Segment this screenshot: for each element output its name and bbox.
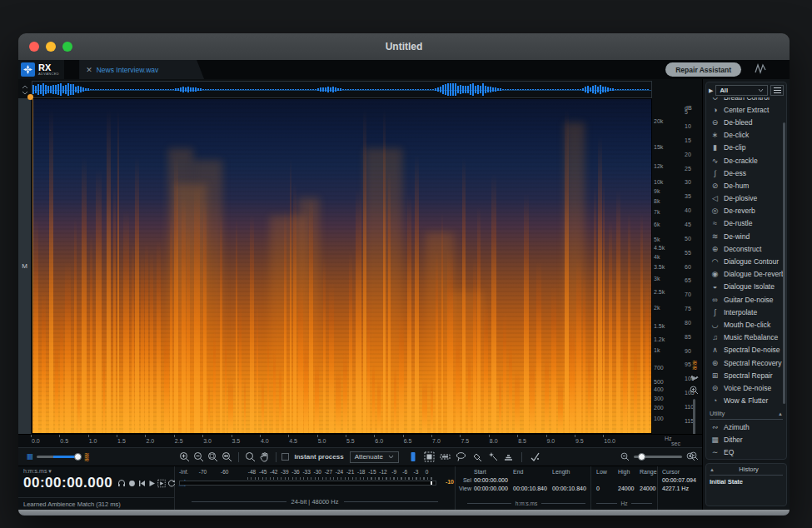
repair-assistant-button[interactable]: Repair Assistant xyxy=(665,62,741,77)
utility-section-header[interactable]: Utility ▲ xyxy=(710,410,783,420)
module-item-de-hum[interactable]: ⊘De-hum xyxy=(706,179,786,192)
play-selection-icon[interactable] xyxy=(157,478,166,488)
find-similar-tool-icon[interactable] xyxy=(529,451,541,463)
module-item-de-crackle[interactable]: ∿De-crackle xyxy=(706,154,786,167)
chevron-down-icon xyxy=(388,455,394,459)
zoom-window-icon[interactable] xyxy=(62,42,72,52)
vertical-zoom-out-icon[interactable] xyxy=(690,451,699,461)
module-item-azimuth[interactable]: ∾Azimuth xyxy=(706,421,786,433)
time-format-dropdown[interactable]: h:m:s.ms ▾ xyxy=(23,468,174,475)
spectrogram[interactable] xyxy=(32,98,652,434)
spectrogram-view-icon[interactable]: ≋≋ xyxy=(692,361,697,371)
instant-process-checkbox[interactable] xyxy=(281,453,289,461)
view-blend-control[interactable]: ǁǀǁ ≋≋ xyxy=(27,453,88,461)
dialogue-de-reverb-icon: ◉ xyxy=(710,270,720,278)
module-item-center-extract[interactable]: ◑Center Extract xyxy=(706,103,786,116)
monitor-headphones-icon[interactable] xyxy=(117,478,126,488)
module-item-dialogue-de-reverb[interactable]: ◉Dialogue De-reverb xyxy=(706,268,786,281)
level-meter-panel: -Inf.-70-60-48-45-42-39-36-33-30-27-24-2… xyxy=(175,466,456,510)
sel-time-unit: h:m:s.ms xyxy=(516,501,537,506)
process-mode-dropdown[interactable]: Attenuate xyxy=(350,451,399,463)
module-item-spectral-repair[interactable]: ⊞Spectral Repair xyxy=(706,369,786,381)
zoom-full-icon[interactable] xyxy=(221,451,233,463)
vertical-zoom-in-icon[interactable] xyxy=(690,386,699,395)
module-item-de-clip[interactable]: ▮De-clip xyxy=(706,142,786,154)
module-item-breath-control[interactable]: ↻Breath Control xyxy=(706,97,786,103)
module-item-de-bleed[interactable]: ⊖De-bleed xyxy=(706,116,786,128)
freq-label: 300 xyxy=(654,395,664,401)
view-length-value[interactable]: 00:00:10.840 xyxy=(552,486,591,491)
magnify-tool-icon[interactable] xyxy=(244,451,257,463)
col-low: Low xyxy=(596,469,618,475)
module-filter-dropdown[interactable]: All xyxy=(715,85,768,96)
frequency-selection-tool-icon[interactable] xyxy=(439,451,451,463)
h-zoom-slider[interactable] xyxy=(634,456,682,458)
meter-peak-readout[interactable]: -10 xyxy=(446,479,454,485)
view-end-value[interactable]: 00:00:10.840 xyxy=(513,486,552,491)
module-item-mouth-de-click[interactable]: ◡Mouth De-click xyxy=(706,318,786,331)
freq-range-value[interactable]: 24000 xyxy=(640,486,660,491)
module-item-de-ess[interactable]: ∫De-ess xyxy=(706,167,786,179)
magic-wand-tool-icon[interactable] xyxy=(486,451,499,463)
blend-slider[interactable] xyxy=(37,456,80,458)
module-item-wow-flutter[interactable]: ◔Wow & Flutter xyxy=(706,395,786,407)
module-item-de-rustle[interactable]: ≈De-rustle xyxy=(706,217,786,230)
meter-label: -15 xyxy=(368,469,376,475)
playhead-handle[interactable] xyxy=(27,94,33,100)
module-menu-icon[interactable] xyxy=(770,85,784,96)
history-entry[interactable]: Initial State xyxy=(710,478,783,486)
module-item-de-click[interactable]: ∗De-click xyxy=(706,129,786,142)
module-item-de-wind[interactable]: ≋De-wind xyxy=(706,230,786,242)
sel-start-value[interactable]: 00:00:00.000 xyxy=(474,477,513,483)
module-item-de-reverb[interactable]: ◎De-reverb xyxy=(706,205,786,217)
tab-close-icon[interactable]: ✕ xyxy=(86,66,92,74)
module-item-dialogue-contour[interactable]: ◠Dialogue Contour xyxy=(706,255,786,267)
title-bar[interactable]: Untitled xyxy=(18,33,790,60)
module-item-dither[interactable]: ▦Dither xyxy=(706,434,786,446)
freq-label: 9k xyxy=(654,187,660,193)
meter-label: -18 xyxy=(357,469,365,475)
play-icon[interactable] xyxy=(147,478,156,488)
record-icon[interactable] xyxy=(127,478,136,488)
file-tab[interactable]: ✕ News Interview.wav xyxy=(79,60,204,79)
module-item-interpolate[interactable]: ʃInterpolate xyxy=(706,306,786,318)
overview-zoom-control[interactable] xyxy=(620,452,695,461)
preview-play-icon[interactable]: ▶ xyxy=(709,87,713,94)
grab-hand-tool-icon[interactable] xyxy=(258,451,271,463)
brush-selection-tool-icon[interactable] xyxy=(471,451,483,463)
view-start-value[interactable]: 00:00:00.000 xyxy=(474,486,513,491)
module-item-dialogue-isolate[interactable]: ◒Dialogue Isolate xyxy=(706,281,786,293)
module-list-scrollbar[interactable] xyxy=(783,122,785,404)
freq-low-value[interactable]: 0 xyxy=(596,486,618,491)
module-item-deconstruct[interactable]: ⊕Deconstruct xyxy=(706,242,786,255)
zoom-in-time-icon[interactable] xyxy=(178,451,191,463)
module-item-de-plosive[interactable]: ◁De-plosive xyxy=(706,192,786,205)
module-item-eq[interactable]: ∼EQ xyxy=(706,446,786,459)
module-item-guitar-de-noise[interactable]: ∞Guitar De-noise xyxy=(706,293,786,306)
col-range: Range xyxy=(640,469,660,475)
skip-to-start-icon[interactable] xyxy=(137,478,146,488)
waveform-view-icon[interactable] xyxy=(690,375,699,381)
time-frequency-selection-tool-icon[interactable] xyxy=(423,451,436,463)
channel-strip[interactable]: M xyxy=(18,98,32,434)
minimize-window-icon[interactable] xyxy=(46,42,56,52)
module-item-spectral-recovery[interactable]: ⊛Spectral Recovery xyxy=(706,356,786,369)
waveform-overview[interactable] xyxy=(32,81,652,98)
module-item-voice-de-noise[interactable]: ⊜Voice De-noise xyxy=(706,381,786,394)
freq-high-value[interactable]: 24000 xyxy=(618,486,640,491)
zoom-out-icon[interactable] xyxy=(620,452,630,461)
zoom-selection-icon[interactable] xyxy=(207,451,219,463)
close-window-icon[interactable] xyxy=(29,42,39,52)
zoom-out-time-icon[interactable] xyxy=(192,451,205,463)
time-display[interactable]: 00:00:00.000 xyxy=(23,475,112,491)
signal-flow-icon[interactable] xyxy=(755,63,766,74)
spectrogram-blend-icon: ≋≋ xyxy=(84,453,89,461)
module-item-spectral-de-noise[interactable]: ∧Spectral De-noise xyxy=(706,344,786,356)
module-item-music-rebalance[interactable]: ♫Music Rebalance xyxy=(706,331,786,344)
feather-selection-tool-icon[interactable] xyxy=(502,451,515,463)
db-label: 15 xyxy=(685,137,691,142)
playhead[interactable] xyxy=(32,99,33,433)
time-ruler[interactable]: 0.00.51.01.52.02.53.03.54.04.55.05.56.06… xyxy=(18,434,702,447)
lasso-selection-tool-icon[interactable] xyxy=(455,451,467,463)
time-selection-tool-icon[interactable] xyxy=(407,451,420,463)
